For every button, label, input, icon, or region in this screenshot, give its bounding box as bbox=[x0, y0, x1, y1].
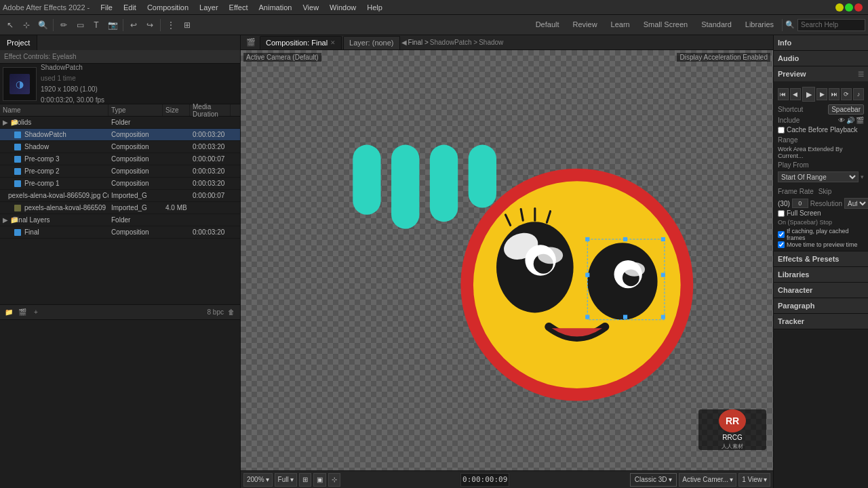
tab-composition-layer[interactable]: Layer: (none) bbox=[343, 36, 399, 49]
comp-tab-close-final[interactable]: ✕ bbox=[330, 39, 336, 46]
if-caching-checkbox[interactable] bbox=[778, 231, 785, 238]
zoom-btn[interactable]: 200% ▾ bbox=[243, 473, 273, 487]
viewport-timecode[interactable]: 0:00:00:09 bbox=[460, 473, 509, 487]
menu-layer[interactable]: Layer bbox=[194, 2, 224, 13]
menu-file[interactable]: File bbox=[95, 2, 118, 13]
close-btn[interactable] bbox=[854, 3, 863, 12]
trash-btn[interactable]: 🗑 bbox=[225, 306, 237, 319]
tracker-section-title[interactable]: Tracker bbox=[774, 314, 868, 329]
play-from-select-row: Start Of Range ▾ bbox=[778, 171, 864, 183]
new-item-btn[interactable]: + bbox=[30, 306, 42, 319]
step-fwd-btn[interactable]: ▶ bbox=[816, 88, 827, 100]
libraries-section-title[interactable]: Libraries bbox=[774, 267, 868, 282]
menu-edit[interactable]: Edit bbox=[118, 2, 142, 13]
file-row-pexels2[interactable]: pexels-alena-koval-866509 Imported_G 4.0… bbox=[0, 202, 240, 214]
file-name-precomp2: Pre-comp 2 bbox=[0, 167, 108, 175]
loop-btn[interactable]: ⟳ bbox=[841, 88, 852, 100]
file-row-precomp1[interactable]: Pre-comp 1 Composition 0:00:03:20 bbox=[0, 178, 240, 190]
svg-point-13 bbox=[624, 262, 645, 277]
effects-section-title[interactable]: Effects & Presets bbox=[774, 251, 868, 266]
new-folder-btn[interactable]: 📁 bbox=[3, 306, 15, 319]
arrow-tool[interactable]: ↖ bbox=[3, 18, 18, 33]
left-panel: Project Effect Controls: Eyelash ◑ Shado… bbox=[0, 35, 241, 488]
menu-effect[interactable]: Effect bbox=[224, 2, 254, 13]
svg-point-9 bbox=[538, 247, 563, 264]
camera-tool[interactable]: 📷 bbox=[105, 18, 120, 33]
maximize-btn[interactable] bbox=[845, 3, 853, 12]
skip-to-start-btn[interactable]: ⏮ bbox=[778, 88, 789, 100]
quality-chevron: ▾ bbox=[290, 476, 294, 483]
guides-btn[interactable]: ⊹ bbox=[328, 473, 340, 487]
quality-btn[interactable]: Full ▾ bbox=[275, 473, 297, 487]
preview-menu-icon[interactable]: ☰ bbox=[858, 70, 864, 78]
menu-composition[interactable]: Composition bbox=[142, 2, 194, 13]
play-btn[interactable]: ▶ bbox=[802, 87, 815, 102]
new-comp-btn[interactable]: 🎬 bbox=[16, 306, 28, 319]
file-size-pexels2: 4.0 MB bbox=[163, 204, 190, 211]
file-count: 8 bpc bbox=[208, 308, 224, 316]
workspace-libraries[interactable]: Libraries bbox=[740, 19, 779, 31]
svg-rect-19 bbox=[661, 273, 665, 277]
file-row-shadow[interactable]: Shadow Composition 0:00:03:20 bbox=[0, 141, 240, 153]
character-section-title[interactable]: Character bbox=[774, 283, 868, 298]
transparency-btn[interactable]: ▣ bbox=[313, 473, 326, 487]
svg-rect-3 bbox=[469, 145, 496, 208]
minimize-btn[interactable] bbox=[835, 3, 844, 12]
workspace-standard[interactable]: Standard bbox=[696, 19, 737, 31]
resolution-select[interactable]: Auto bbox=[844, 198, 868, 209]
redo-tool[interactable]: ↪ bbox=[142, 18, 157, 33]
workspace-learn[interactable]: Learn bbox=[606, 19, 635, 31]
menu-help[interactable]: Help bbox=[361, 2, 388, 13]
workspace-review[interactable]: Review bbox=[568, 19, 603, 31]
pen-tool[interactable]: ✏ bbox=[56, 18, 71, 33]
file-row-precomp3[interactable]: Pre-comp 3 Composition 0:00:00:07 bbox=[0, 153, 240, 165]
file-row-final[interactable]: Final Composition 0:00:03:20 bbox=[0, 226, 240, 239]
menu-view[interactable]: View bbox=[297, 2, 324, 13]
file-row-final-layers[interactable]: ▶ 📁 Final Layers Folder bbox=[0, 214, 240, 226]
file-row-precomp2[interactable]: Pre-comp 2 Composition 0:00:03:20 bbox=[0, 165, 240, 178]
play-from-select[interactable]: Start Of Range bbox=[778, 171, 859, 182]
select-tool[interactable]: ⊹ bbox=[19, 18, 34, 33]
shape-tool[interactable]: ▭ bbox=[73, 18, 87, 33]
type-tool[interactable]: T bbox=[89, 18, 104, 33]
cache-checkbox[interactable] bbox=[778, 127, 785, 134]
workspace-small-screen[interactable]: Small Screen bbox=[638, 19, 693, 31]
fullscreen-checkbox[interactable] bbox=[778, 210, 785, 217]
audio-toggle-btn[interactable]: ♪ bbox=[853, 88, 864, 100]
asset-info: ShadowPatch used 1 time 1920 x 1080 (1.0… bbox=[41, 62, 104, 106]
file-row-pexels1[interactable]: pexels-alena-koval-866509.jpg Comp 1 Imp… bbox=[0, 190, 240, 202]
comp-nav-left[interactable]: ◀ bbox=[401, 39, 407, 46]
region-btn[interactable]: ⊞ bbox=[299, 473, 311, 487]
svg-rect-15 bbox=[585, 237, 589, 241]
paragraph-title-label: Paragraph bbox=[778, 302, 814, 310]
file-type-precomp3: Composition bbox=[108, 155, 163, 163]
skip-input[interactable] bbox=[792, 199, 808, 208]
tab-project[interactable]: Project bbox=[0, 35, 37, 50]
snap-tool[interactable]: ⋮ bbox=[163, 18, 178, 33]
paragraph-section-title[interactable]: Paragraph bbox=[774, 298, 868, 313]
asset-resolution: 1920 x 1080 (1.00) bbox=[41, 84, 104, 95]
file-row-solids[interactable]: ▶ 📁 Solids Folder bbox=[0, 117, 240, 129]
step-back-btn[interactable]: ◀ bbox=[790, 88, 801, 100]
menu-window[interactable]: Window bbox=[324, 2, 361, 13]
comp-nav-breadcrumb: Final > bbox=[408, 39, 429, 46]
preview-section-title[interactable]: Preview ☰ bbox=[774, 66, 868, 81]
move-time-checkbox[interactable] bbox=[778, 241, 785, 248]
info-section-title[interactable]: Info bbox=[774, 35, 868, 50]
classic3d-btn[interactable]: Classic 3D ▾ bbox=[630, 473, 677, 487]
search-tool[interactable]: 🔍 bbox=[35, 18, 50, 33]
skip-to-end-btn[interactable]: ⏭ bbox=[829, 88, 840, 100]
undo-tool[interactable]: ↩ bbox=[126, 18, 141, 33]
tab-composition-final[interactable]: Composition: Final ✕ bbox=[260, 36, 342, 49]
file-row-shadowpatch[interactable]: ShadowPatch Composition 0:00:03:20 bbox=[0, 129, 240, 141]
asset-used: used 1 time bbox=[41, 73, 104, 84]
comp-tab-label-layer: Layer: (none) bbox=[349, 39, 393, 47]
camera-select-btn[interactable]: Active Camer... ▾ bbox=[679, 473, 736, 487]
viewport-canvas bbox=[241, 50, 773, 470]
audio-section-title[interactable]: Audio bbox=[774, 51, 868, 66]
view-select-btn[interactable]: 1 View ▾ bbox=[738, 473, 770, 487]
menu-animation[interactable]: Animation bbox=[254, 2, 298, 13]
grid-tool[interactable]: ⊞ bbox=[180, 18, 195, 33]
search-help-input[interactable] bbox=[797, 19, 865, 31]
workspace-default[interactable]: Default bbox=[530, 19, 565, 31]
